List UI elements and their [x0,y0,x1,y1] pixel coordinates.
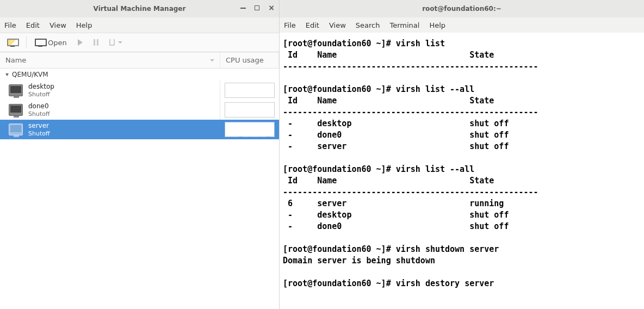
vm-name: server [28,122,50,129]
sort-icon [210,59,214,61]
vm-item-main: desktopShutoff [0,81,220,100]
menu-view[interactable]: View [49,21,66,29]
vm-item-desktop[interactable]: desktopShutoff [0,81,279,100]
connection-group[interactable]: QEMU/KVM [0,69,279,81]
vm-item-done0[interactable]: done0Shutoff [0,100,279,120]
term-menu-terminal[interactable]: Terminal [389,21,419,29]
vmm-titlebar: Virtual Machine Manager × [0,0,279,17]
new-vm-button[interactable] [3,36,22,49]
minimize-button[interactable] [240,3,246,12]
vmm-title: Virtual Machine Manager [94,5,186,13]
open-label: Open [48,39,67,47]
term-menubar: File Edit View Search Terminal Help [280,17,644,33]
pause-button[interactable] [90,37,102,48]
vm-item-server[interactable]: serverShutoff [0,120,279,139]
vm-name: desktop [28,83,54,90]
vm-monitor-icon [9,84,23,96]
terminal-content[interactable]: [root@foundation60 ~]# virsh list Id Nam… [280,33,644,309]
term-menu-search[interactable]: Search [356,21,380,29]
term-menu-file[interactable]: File [284,21,296,29]
cpu-graph [225,83,275,98]
terminal-window: root@foundation60:~ File Edit View Searc… [280,0,644,309]
menu-edit[interactable]: Edit [26,21,40,29]
vmm-menubar: File Edit View Help [0,17,279,33]
vm-item-main: done0Shutoff [0,100,220,120]
vm-monitor-icon [9,123,23,135]
menu-help[interactable]: Help [76,21,92,29]
play-icon [78,39,83,46]
term-title: root@foundation60:~ [422,5,501,13]
menu-file[interactable]: File [4,21,16,29]
term-menu-view[interactable]: View [329,21,346,29]
chevron-down-icon [118,41,122,44]
shutdown-button[interactable] [106,37,126,48]
vm-item-main: serverShutoff [0,120,220,139]
monitor-icon [35,39,46,47]
column-headers: Name CPU usage [0,52,279,69]
term-menu-help[interactable]: Help [429,21,445,29]
virt-manager-window: Virtual Machine Manager × File Edit View… [0,0,280,309]
vm-state: Shutoff [28,130,50,137]
vm-state: Shutoff [28,91,54,98]
toolbar-separator [26,36,27,48]
maximize-button[interactable] [255,3,259,12]
shutdown-icon [109,39,115,46]
column-header-cpu[interactable]: CPU usage [220,52,279,68]
vmm-toolbar: Open [0,33,279,52]
new-vm-icon [7,39,18,47]
column-header-name[interactable]: Name [0,52,220,68]
vm-state: Shutoff [28,110,50,118]
vm-monitor-icon [9,104,23,116]
pause-icon [94,39,98,46]
cpu-graph [225,102,275,118]
term-titlebar: root@foundation60:~ [280,0,644,17]
cpu-graph [225,122,275,137]
close-button[interactable]: × [268,3,275,12]
titlebar-controls: × [240,3,275,12]
term-menu-edit[interactable]: Edit [306,21,319,29]
vm-name: done0 [28,102,50,110]
run-button[interactable] [74,37,86,48]
open-button[interactable]: Open [31,36,71,49]
vm-tree: QEMU/KVM desktopShutoffdone0Shutoffserve… [0,69,279,309]
